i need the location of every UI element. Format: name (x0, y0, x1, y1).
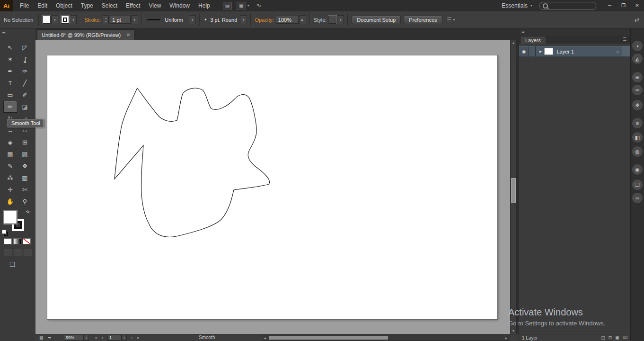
tab-close-icon[interactable]: ✕ (126, 32, 130, 37)
graphic-styles-panel-icon[interactable]: ❏ (632, 179, 643, 190)
chevron-down-icon[interactable]: ▼ (70, 15, 77, 24)
fill-color-control[interactable]: ▼ (43, 15, 58, 24)
selection-tool-button[interactable]: ↖ (4, 42, 17, 53)
eyedropper-tool-button[interactable]: ✎ (4, 161, 17, 171)
mesh-tool-button[interactable]: ▦ (4, 149, 17, 160)
add-anchor-point-tool-button[interactable]: ✑ (18, 66, 31, 77)
chevron-down-icon[interactable]: ▼ (51, 15, 58, 24)
variable-width-control[interactable]: Uniform ▼ (146, 15, 196, 24)
menu-file[interactable]: File (16, 0, 33, 11)
stroke-panel-icon[interactable]: ≡ (632, 118, 643, 128)
step-up-icon[interactable]: ▲ (103, 17, 108, 20)
gradient-tool-button[interactable]: ▨ (18, 149, 31, 160)
slice-tool-button[interactable]: ✄ (18, 184, 31, 195)
pencil-drawing[interactable] (47, 55, 497, 319)
scroll-right-icon[interactable]: ▶ (503, 335, 509, 340)
stroke-weight-stepper[interactable]: ▲ ▼ (103, 15, 109, 24)
paintbrush-tool-button[interactable]: ✐ (18, 90, 31, 100)
vertical-scrollbar[interactable]: ▲ ▼ (510, 40, 517, 334)
column-graph-tool-button[interactable]: ▥ (18, 172, 31, 183)
chevron-down-icon[interactable]: ▼ (337, 15, 344, 24)
horizontal-scrollbar[interactable]: ◀ ▶ (262, 335, 509, 341)
color-panel-icon[interactable]: ◑ (632, 41, 643, 51)
menu-window[interactable]: Window (165, 0, 194, 11)
hand-tool-button[interactable]: ✋ (4, 196, 17, 207)
resize-gripper[interactable] (510, 334, 519, 341)
color-guide-panel-icon[interactable]: ◭ (632, 54, 643, 64)
type-tool-button[interactable]: T (4, 78, 17, 89)
perspective-grid-tool-button[interactable]: ⊞ (18, 137, 31, 148)
new-sublayer-icon[interactable]: ⊟ (609, 335, 612, 340)
magic-wand-tool-button[interactable]: ✶ (4, 54, 17, 65)
artboard[interactable] (47, 55, 497, 319)
swap-fill-stroke-icon[interactable]: ⇄ (25, 209, 31, 215)
status-export-icon[interactable]: ➥ (48, 335, 52, 341)
vertical-scroll-thumb[interactable] (511, 178, 516, 203)
layer-thumbnail[interactable] (544, 48, 553, 55)
fill-swatch[interactable] (43, 16, 51, 24)
artboard-tool-button[interactable]: ✛ (4, 184, 17, 195)
menu-type[interactable]: Type (77, 0, 97, 11)
draw-inside-button[interactable] (24, 250, 32, 256)
chevron-down-icon[interactable]: ▼ (189, 15, 196, 24)
document-setup-button[interactable]: Document Setup (352, 16, 401, 24)
pencil-tool-button[interactable]: ✏ (3, 101, 17, 113)
zoom-tool-button[interactable]: ⚲ (18, 196, 31, 207)
shape-builder-tool-button[interactable]: ◈ (4, 137, 17, 148)
canvas[interactable] (35, 40, 510, 334)
chevron-down-icon[interactable]: ▼ (240, 15, 247, 24)
close-button[interactable]: ✕ (630, 0, 644, 11)
next-artboard-button[interactable]: › (131, 335, 132, 341)
opacity-control[interactable]: 100% ▶ (276, 15, 306, 24)
direct-selection-tool-button[interactable]: ◸ (18, 42, 31, 53)
graphic-style-control[interactable]: ▼ (328, 15, 344, 24)
collapse-panel-icon[interactable]: ◂◂ (521, 30, 523, 34)
fill-color-indicator[interactable] (4, 211, 17, 224)
artboard-dropdown-icon[interactable]: ▼ (122, 335, 127, 341)
scroll-down-icon[interactable]: ▼ (511, 328, 516, 334)
stroke-weight-label[interactable]: Stroke: (84, 17, 101, 23)
scroll-up-icon[interactable]: ▲ (511, 40, 516, 46)
make-clipping-mask-icon[interactable]: ◳ (601, 335, 605, 340)
draw-behind-button[interactable] (14, 250, 22, 256)
none-button[interactable] (23, 238, 31, 244)
menu-edit[interactable]: Edit (33, 0, 52, 11)
stroke-weight-value[interactable]: 1 pt (110, 16, 131, 24)
cs-live-icon[interactable]: ∿ (255, 2, 264, 9)
layer-row[interactable]: ◉ ▶ Layer 1 ○ (519, 46, 630, 57)
brushes-panel-icon[interactable]: ✑ (632, 85, 643, 95)
arrange-documents-button[interactable]: ▦ ▼ (237, 2, 249, 9)
preferences-button[interactable]: Preferences (404, 16, 442, 24)
chevron-right-icon[interactable]: ▶ (299, 15, 306, 24)
appearance-panel-icon[interactable]: ◉ (632, 164, 643, 175)
zoom-level-value[interactable]: 99% (64, 335, 84, 341)
chevron-down-icon[interactable]: ▼ (131, 15, 138, 24)
links-panel-icon[interactable]: ∞ (632, 193, 643, 203)
bridge-icon[interactable]: ▤ (223, 2, 232, 9)
gradient-panel-icon[interactable]: ◧ (632, 132, 643, 143)
last-artboard-button[interactable]: » (137, 335, 139, 341)
lasso-tool-button[interactable]: ʆ (18, 54, 31, 65)
layer-selection-column[interactable] (622, 46, 630, 56)
rectangle-tool-button[interactable]: ▭ (4, 90, 17, 100)
restore-button[interactable]: ❐ (617, 0, 630, 11)
zoom-dropdown-icon[interactable]: ▼ (84, 335, 89, 341)
symbols-panel-icon[interactable]: ❖ (632, 100, 643, 110)
panel-menu-icon[interactable]: ☰ (623, 37, 626, 42)
opacity-value[interactable]: 100% (276, 16, 299, 24)
menu-view[interactable]: View (145, 0, 166, 11)
menu-select[interactable]: Select (97, 0, 122, 11)
search-box[interactable] (539, 2, 596, 10)
draw-normal-button[interactable] (4, 250, 12, 256)
swatches-panel-icon[interactable]: ⊞ (632, 72, 643, 82)
style-swatch[interactable] (328, 16, 336, 24)
transparency-panel-icon[interactable]: ◍ (632, 146, 643, 157)
pen-tool-button[interactable]: ✒ (4, 66, 17, 77)
scroll-left-icon[interactable]: ◀ (262, 335, 267, 340)
line-segment-tool-button[interactable]: ╱ (18, 78, 31, 89)
brush-definition-control[interactable]: • 3 pt. Round ▼ (203, 15, 247, 24)
lock-toggle[interactable] (529, 46, 536, 56)
select-similar-control[interactable]: ☰ ▼ (447, 17, 456, 23)
new-layer-icon[interactable]: ▣ (615, 335, 619, 340)
stroke-color-control[interactable]: ▼ (61, 15, 77, 24)
